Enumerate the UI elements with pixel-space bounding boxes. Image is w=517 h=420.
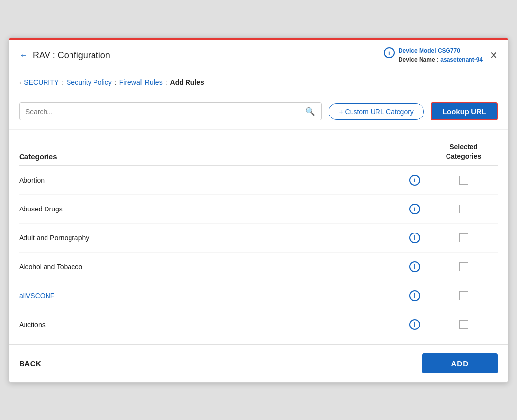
col-categories-header: Categories [19,152,400,161]
close-button[interactable]: ✕ [490,49,498,61]
info-circle-icon[interactable]: i [409,290,420,301]
device-model-label: Device Model [399,47,436,54]
category-checkbox-auctions[interactable] [459,320,468,329]
search-input[interactable] [25,108,306,116]
info-circle-icon[interactable]: i [409,233,420,243]
checkbox-cell [429,233,498,242]
content-area: Categories SelectedCategories Abortion i… [9,130,508,339]
search-icon: 🔍 [306,107,315,116]
top-bar-left: ← RAV : Configuration [19,50,110,61]
table-row: Alcohol and Tobacco i [19,253,498,281]
category-checkbox-abortion[interactable] [459,176,468,185]
breadcrumb-firewall-rules[interactable]: Firewall Rules [119,78,163,86]
table-row: Adult and Pornography i [19,224,498,253]
info-circle-icon[interactable]: i [409,204,420,214]
category-checkbox-allvsconf[interactable] [459,291,468,300]
back-button[interactable]: BACK [19,359,41,368]
lookup-url-button[interactable]: Lookup URL [431,102,498,120]
category-name: Abused Drugs [19,205,400,213]
device-name-value: asasetenant-94 [440,56,483,63]
category-name: Abortion [19,176,400,184]
device-text: Device Model CSG770 Device Name : asaset… [399,47,483,64]
category-name: Auctions [19,321,400,328]
checkbox-cell [429,291,498,300]
device-model-value: CSG770 [438,47,460,54]
search-container: 🔍 [19,102,322,120]
info-button-abused-drugs[interactable]: i [400,204,429,214]
breadcrumb-security[interactable]: SECURITY [24,78,59,86]
breadcrumb-security-policy[interactable]: Security Policy [67,78,112,86]
col-selected-header: SelectedCategories [429,142,498,160]
info-button-auctions[interactable]: i [400,319,429,330]
category-checkbox-alcohol[interactable] [459,262,468,271]
footer-bar: BACK ADD [9,344,508,382]
checkbox-cell [429,320,498,329]
table-row: allVSCONF i [19,281,498,310]
info-button-adult[interactable]: i [400,233,429,243]
breadcrumb-sep1: : [62,78,64,86]
info-circle-icon[interactable]: i [409,261,420,272]
breadcrumb-sep2: : [115,78,117,86]
page-title: RAV : Configuration [33,50,110,61]
breadcrumb-chevron-icon: ‹ [19,79,21,86]
breadcrumb-sep3: : [165,78,167,86]
device-name-label: Device Name : [399,56,439,63]
top-bar: ← RAV : Configuration i Device Model CSG… [9,38,508,71]
top-bar-right: i Device Model CSG770 Device Name : asas… [384,47,498,64]
info-button-alcohol[interactable]: i [400,261,429,272]
device-info: i Device Model CSG770 Device Name : asas… [384,47,483,64]
add-button[interactable]: ADD [422,353,498,373]
checkbox-cell [429,262,498,271]
table-row: Abortion i [19,166,498,195]
breadcrumb: ‹ SECURITY : Security Policy : Firewall … [9,71,508,93]
toolbar: 🔍 + Custom URL Category Lookup URL [9,93,508,130]
info-circle-icon[interactable]: i [409,175,420,186]
info-button-abortion[interactable]: i [400,175,429,186]
category-checkbox-adult[interactable] [459,233,468,242]
table-header: Categories SelectedCategories [19,135,498,165]
info-circle-icon[interactable]: i [409,319,420,330]
custom-url-category-button[interactable]: + Custom URL Category [329,103,423,120]
back-arrow-icon[interactable]: ← [19,50,28,61]
category-checkbox-abused-drugs[interactable] [459,205,468,213]
info-button-allvsconf[interactable]: i [400,290,429,301]
breadcrumb-current: Add Rules [170,78,204,86]
main-window: ← RAV : Configuration i Device Model CSG… [9,37,508,382]
info-icon: i [384,47,395,58]
category-name-link[interactable]: allVSCONF [19,292,400,300]
table-row: Auctions i [19,310,498,339]
category-name: Alcohol and Tobacco [19,263,400,271]
checkbox-cell [429,176,498,185]
category-name: Adult and Pornography [19,234,400,242]
checkbox-cell [429,205,498,213]
table-row: Abused Drugs i [19,195,498,224]
